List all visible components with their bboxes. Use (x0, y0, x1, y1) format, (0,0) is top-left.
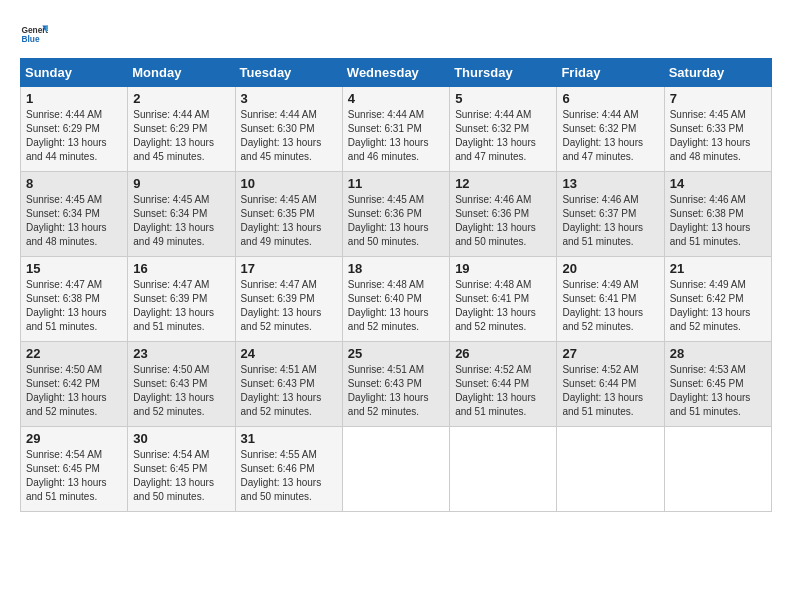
day-cell (342, 427, 449, 512)
day-detail: Sunrise: 4:47 AMSunset: 6:39 PMDaylight:… (241, 278, 337, 334)
day-number: 21 (670, 261, 766, 276)
day-number: 10 (241, 176, 337, 191)
day-number: 18 (348, 261, 444, 276)
day-number: 3 (241, 91, 337, 106)
day-detail: Sunrise: 4:47 AMSunset: 6:39 PMDaylight:… (133, 278, 229, 334)
day-cell: 27Sunrise: 4:52 AMSunset: 6:44 PMDayligh… (557, 342, 664, 427)
day-number: 4 (348, 91, 444, 106)
day-number: 5 (455, 91, 551, 106)
header-cell-saturday: Saturday (664, 59, 771, 87)
day-cell: 17Sunrise: 4:47 AMSunset: 6:39 PMDayligh… (235, 257, 342, 342)
day-cell: 2Sunrise: 4:44 AMSunset: 6:29 PMDaylight… (128, 87, 235, 172)
day-cell: 7Sunrise: 4:45 AMSunset: 6:33 PMDaylight… (664, 87, 771, 172)
day-cell: 20Sunrise: 4:49 AMSunset: 6:41 PMDayligh… (557, 257, 664, 342)
week-row-3: 15Sunrise: 4:47 AMSunset: 6:38 PMDayligh… (21, 257, 772, 342)
header-cell-monday: Monday (128, 59, 235, 87)
day-number: 13 (562, 176, 658, 191)
day-number: 8 (26, 176, 122, 191)
calendar-table: SundayMondayTuesdayWednesdayThursdayFrid… (20, 58, 772, 512)
header-cell-wednesday: Wednesday (342, 59, 449, 87)
day-detail: Sunrise: 4:45 AMSunset: 6:36 PMDaylight:… (348, 193, 444, 249)
day-detail: Sunrise: 4:49 AMSunset: 6:41 PMDaylight:… (562, 278, 658, 334)
day-detail: Sunrise: 4:47 AMSunset: 6:38 PMDaylight:… (26, 278, 122, 334)
day-detail: Sunrise: 4:50 AMSunset: 6:43 PMDaylight:… (133, 363, 229, 419)
header-cell-friday: Friday (557, 59, 664, 87)
day-number: 22 (26, 346, 122, 361)
day-number: 14 (670, 176, 766, 191)
day-detail: Sunrise: 4:54 AMSunset: 6:45 PMDaylight:… (133, 448, 229, 504)
day-number: 29 (26, 431, 122, 446)
day-cell: 31Sunrise: 4:55 AMSunset: 6:46 PMDayligh… (235, 427, 342, 512)
day-cell: 8Sunrise: 4:45 AMSunset: 6:34 PMDaylight… (21, 172, 128, 257)
header-cell-tuesday: Tuesday (235, 59, 342, 87)
day-detail: Sunrise: 4:46 AMSunset: 6:38 PMDaylight:… (670, 193, 766, 249)
day-cell (557, 427, 664, 512)
day-cell: 19Sunrise: 4:48 AMSunset: 6:41 PMDayligh… (450, 257, 557, 342)
day-number: 23 (133, 346, 229, 361)
day-number: 9 (133, 176, 229, 191)
day-number: 12 (455, 176, 551, 191)
day-cell: 30Sunrise: 4:54 AMSunset: 6:45 PMDayligh… (128, 427, 235, 512)
day-cell: 10Sunrise: 4:45 AMSunset: 6:35 PMDayligh… (235, 172, 342, 257)
day-detail: Sunrise: 4:53 AMSunset: 6:45 PMDaylight:… (670, 363, 766, 419)
day-detail: Sunrise: 4:48 AMSunset: 6:41 PMDaylight:… (455, 278, 551, 334)
day-detail: Sunrise: 4:52 AMSunset: 6:44 PMDaylight:… (455, 363, 551, 419)
day-detail: Sunrise: 4:51 AMSunset: 6:43 PMDaylight:… (241, 363, 337, 419)
week-row-5: 29Sunrise: 4:54 AMSunset: 6:45 PMDayligh… (21, 427, 772, 512)
day-detail: Sunrise: 4:48 AMSunset: 6:40 PMDaylight:… (348, 278, 444, 334)
header-cell-sunday: Sunday (21, 59, 128, 87)
day-cell: 23Sunrise: 4:50 AMSunset: 6:43 PMDayligh… (128, 342, 235, 427)
day-number: 16 (133, 261, 229, 276)
day-number: 2 (133, 91, 229, 106)
day-cell: 15Sunrise: 4:47 AMSunset: 6:38 PMDayligh… (21, 257, 128, 342)
day-detail: Sunrise: 4:45 AMSunset: 6:33 PMDaylight:… (670, 108, 766, 164)
day-cell (450, 427, 557, 512)
day-cell: 29Sunrise: 4:54 AMSunset: 6:45 PMDayligh… (21, 427, 128, 512)
day-detail: Sunrise: 4:51 AMSunset: 6:43 PMDaylight:… (348, 363, 444, 419)
page-header: General Blue (20, 20, 772, 48)
day-detail: Sunrise: 4:44 AMSunset: 6:30 PMDaylight:… (241, 108, 337, 164)
day-detail: Sunrise: 4:44 AMSunset: 6:32 PMDaylight:… (455, 108, 551, 164)
week-row-4: 22Sunrise: 4:50 AMSunset: 6:42 PMDayligh… (21, 342, 772, 427)
day-number: 24 (241, 346, 337, 361)
day-number: 17 (241, 261, 337, 276)
day-detail: Sunrise: 4:55 AMSunset: 6:46 PMDaylight:… (241, 448, 337, 504)
day-cell: 9Sunrise: 4:45 AMSunset: 6:34 PMDaylight… (128, 172, 235, 257)
day-number: 25 (348, 346, 444, 361)
day-cell: 18Sunrise: 4:48 AMSunset: 6:40 PMDayligh… (342, 257, 449, 342)
day-number: 7 (670, 91, 766, 106)
day-detail: Sunrise: 4:45 AMSunset: 6:34 PMDaylight:… (133, 193, 229, 249)
day-cell: 22Sunrise: 4:50 AMSunset: 6:42 PMDayligh… (21, 342, 128, 427)
day-cell: 3Sunrise: 4:44 AMSunset: 6:30 PMDaylight… (235, 87, 342, 172)
day-detail: Sunrise: 4:54 AMSunset: 6:45 PMDaylight:… (26, 448, 122, 504)
day-cell: 28Sunrise: 4:53 AMSunset: 6:45 PMDayligh… (664, 342, 771, 427)
day-cell (664, 427, 771, 512)
logo: General Blue (20, 20, 52, 48)
day-number: 15 (26, 261, 122, 276)
day-detail: Sunrise: 4:49 AMSunset: 6:42 PMDaylight:… (670, 278, 766, 334)
day-detail: Sunrise: 4:44 AMSunset: 6:29 PMDaylight:… (26, 108, 122, 164)
day-detail: Sunrise: 4:52 AMSunset: 6:44 PMDaylight:… (562, 363, 658, 419)
day-cell: 14Sunrise: 4:46 AMSunset: 6:38 PMDayligh… (664, 172, 771, 257)
day-cell: 4Sunrise: 4:44 AMSunset: 6:31 PMDaylight… (342, 87, 449, 172)
day-detail: Sunrise: 4:45 AMSunset: 6:35 PMDaylight:… (241, 193, 337, 249)
day-cell: 13Sunrise: 4:46 AMSunset: 6:37 PMDayligh… (557, 172, 664, 257)
header-cell-thursday: Thursday (450, 59, 557, 87)
svg-text:Blue: Blue (21, 34, 39, 44)
day-detail: Sunrise: 4:50 AMSunset: 6:42 PMDaylight:… (26, 363, 122, 419)
day-number: 11 (348, 176, 444, 191)
day-detail: Sunrise: 4:46 AMSunset: 6:37 PMDaylight:… (562, 193, 658, 249)
day-number: 1 (26, 91, 122, 106)
day-cell: 6Sunrise: 4:44 AMSunset: 6:32 PMDaylight… (557, 87, 664, 172)
day-detail: Sunrise: 4:44 AMSunset: 6:31 PMDaylight:… (348, 108, 444, 164)
day-cell: 21Sunrise: 4:49 AMSunset: 6:42 PMDayligh… (664, 257, 771, 342)
day-detail: Sunrise: 4:46 AMSunset: 6:36 PMDaylight:… (455, 193, 551, 249)
day-number: 28 (670, 346, 766, 361)
day-number: 20 (562, 261, 658, 276)
day-cell: 16Sunrise: 4:47 AMSunset: 6:39 PMDayligh… (128, 257, 235, 342)
day-detail: Sunrise: 4:44 AMSunset: 6:29 PMDaylight:… (133, 108, 229, 164)
day-number: 19 (455, 261, 551, 276)
day-number: 6 (562, 91, 658, 106)
day-number: 27 (562, 346, 658, 361)
day-cell: 1Sunrise: 4:44 AMSunset: 6:29 PMDaylight… (21, 87, 128, 172)
